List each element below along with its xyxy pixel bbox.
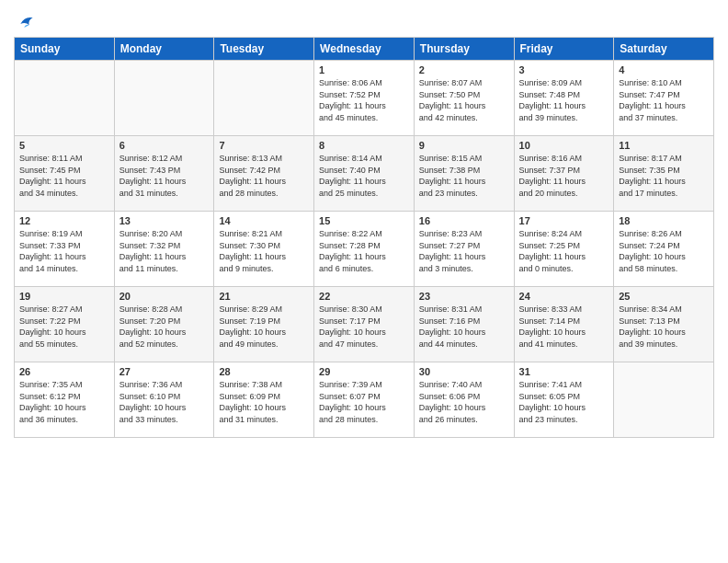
weekday-header-sunday: Sunday [15, 38, 115, 61]
day-info: Sunrise: 8:11 AM Sunset: 7:45 PM Dayligh… [19, 153, 109, 199]
day-number: 2 [419, 64, 509, 75]
day-number: 29 [319, 366, 409, 377]
day-number: 28 [219, 366, 309, 377]
day-number: 3 [519, 64, 609, 75]
day-info: Sunrise: 7:39 AM Sunset: 6:07 PM Dayligh… [319, 379, 409, 425]
logo [14, 13, 34, 31]
calendar-cell: 31Sunrise: 7:41 AM Sunset: 6:05 PM Dayli… [514, 362, 614, 438]
weekday-header-thursday: Thursday [414, 38, 514, 61]
calendar-cell: 25Sunrise: 8:34 AM Sunset: 7:13 PM Dayli… [614, 287, 714, 362]
day-info: Sunrise: 8:19 AM Sunset: 7:33 PM Dayligh… [19, 228, 109, 274]
day-info: Sunrise: 8:27 AM Sunset: 7:22 PM Dayligh… [19, 304, 109, 350]
week-row-2: 12Sunrise: 8:19 AM Sunset: 7:33 PM Dayli… [15, 212, 714, 287]
day-number: 27 [119, 366, 210, 377]
calendar-cell: 9Sunrise: 8:15 AM Sunset: 7:38 PM Daylig… [414, 136, 514, 212]
calendar-cell: 19Sunrise: 8:27 AM Sunset: 7:22 PM Dayli… [15, 287, 115, 362]
day-info: Sunrise: 8:09 AM Sunset: 7:48 PM Dayligh… [519, 77, 609, 123]
day-info: Sunrise: 7:38 AM Sunset: 6:09 PM Dayligh… [219, 379, 309, 425]
page-container: SundayMondayTuesdayWednesdayThursdayFrid… [0, 0, 728, 447]
calendar-cell: 17Sunrise: 8:24 AM Sunset: 7:25 PM Dayli… [514, 212, 614, 287]
day-info: Sunrise: 8:29 AM Sunset: 7:19 PM Dayligh… [219, 304, 309, 350]
calendar-cell: 15Sunrise: 8:22 AM Sunset: 7:28 PM Dayli… [314, 212, 415, 287]
weekday-header-monday: Monday [114, 38, 214, 61]
day-number: 10 [519, 140, 609, 151]
day-number: 17 [519, 215, 609, 226]
calendar-cell: 28Sunrise: 7:38 AM Sunset: 6:09 PM Dayli… [214, 362, 314, 438]
day-number: 13 [119, 215, 210, 226]
day-number: 12 [19, 215, 109, 226]
weekday-header-row: SundayMondayTuesdayWednesdayThursdayFrid… [15, 38, 714, 61]
day-number: 21 [219, 291, 309, 302]
day-number: 16 [419, 215, 509, 226]
header-area [14, 9, 714, 31]
day-info: Sunrise: 7:41 AM Sunset: 6:05 PM Dayligh… [519, 379, 609, 425]
calendar-cell: 30Sunrise: 7:40 AM Sunset: 6:06 PM Dayli… [414, 362, 514, 438]
day-info: Sunrise: 8:07 AM Sunset: 7:50 PM Dayligh… [419, 77, 509, 123]
day-number: 6 [119, 140, 210, 151]
day-number: 8 [319, 140, 409, 151]
day-info: Sunrise: 8:34 AM Sunset: 7:13 PM Dayligh… [619, 304, 709, 350]
day-info: Sunrise: 8:26 AM Sunset: 7:24 PM Dayligh… [619, 228, 709, 274]
calendar-cell: 3Sunrise: 8:09 AM Sunset: 7:48 PM Daylig… [514, 61, 614, 136]
calendar-cell: 2Sunrise: 8:07 AM Sunset: 7:50 PM Daylig… [414, 61, 514, 136]
day-info: Sunrise: 7:36 AM Sunset: 6:10 PM Dayligh… [119, 379, 210, 425]
calendar-cell: 22Sunrise: 8:30 AM Sunset: 7:17 PM Dayli… [314, 287, 415, 362]
day-info: Sunrise: 8:06 AM Sunset: 7:52 PM Dayligh… [319, 77, 409, 123]
calendar-cell [614, 362, 714, 438]
calendar-cell: 18Sunrise: 8:26 AM Sunset: 7:24 PM Dayli… [614, 212, 714, 287]
weekday-header-saturday: Saturday [614, 38, 714, 61]
day-number: 4 [619, 64, 709, 75]
calendar-cell: 21Sunrise: 8:29 AM Sunset: 7:19 PM Dayli… [214, 287, 314, 362]
day-number: 23 [419, 291, 509, 302]
day-info: Sunrise: 7:40 AM Sunset: 6:06 PM Dayligh… [419, 379, 509, 425]
calendar-cell: 4Sunrise: 8:10 AM Sunset: 7:47 PM Daylig… [614, 61, 714, 136]
day-info: Sunrise: 8:20 AM Sunset: 7:32 PM Dayligh… [119, 228, 210, 274]
calendar-cell: 8Sunrise: 8:14 AM Sunset: 7:40 PM Daylig… [314, 136, 415, 212]
day-number: 24 [519, 291, 609, 302]
calendar-cell: 26Sunrise: 7:35 AM Sunset: 6:12 PM Dayli… [15, 362, 115, 438]
day-number: 31 [519, 366, 609, 377]
weekday-header-tuesday: Tuesday [214, 38, 314, 61]
calendar-cell [214, 61, 314, 136]
day-info: Sunrise: 8:22 AM Sunset: 7:28 PM Dayligh… [319, 228, 409, 274]
calendar-cell: 23Sunrise: 8:31 AM Sunset: 7:16 PM Dayli… [414, 287, 514, 362]
day-number: 5 [19, 140, 109, 151]
day-info: Sunrise: 8:13 AM Sunset: 7:42 PM Dayligh… [219, 153, 309, 199]
day-info: Sunrise: 8:33 AM Sunset: 7:14 PM Dayligh… [519, 304, 609, 350]
day-number: 22 [319, 291, 409, 302]
day-number: 26 [19, 366, 109, 377]
day-number: 7 [219, 140, 309, 151]
week-row-3: 19Sunrise: 8:27 AM Sunset: 7:22 PM Dayli… [15, 287, 714, 362]
day-info: Sunrise: 8:14 AM Sunset: 7:40 PM Dayligh… [319, 153, 409, 199]
day-number: 25 [619, 291, 709, 302]
day-number: 11 [619, 140, 709, 151]
weekday-header-friday: Friday [514, 38, 614, 61]
day-number: 20 [119, 291, 210, 302]
calendar-cell: 13Sunrise: 8:20 AM Sunset: 7:32 PM Dayli… [114, 212, 214, 287]
day-info: Sunrise: 8:31 AM Sunset: 7:16 PM Dayligh… [419, 304, 509, 350]
calendar-cell: 11Sunrise: 8:17 AM Sunset: 7:35 PM Dayli… [614, 136, 714, 212]
day-info: Sunrise: 8:10 AM Sunset: 7:47 PM Dayligh… [619, 77, 709, 123]
calendar-cell: 20Sunrise: 8:28 AM Sunset: 7:20 PM Dayli… [114, 287, 214, 362]
day-number: 14 [219, 215, 309, 226]
day-number: 15 [319, 215, 409, 226]
day-number: 18 [619, 215, 709, 226]
calendar-cell [114, 61, 214, 136]
day-number: 9 [419, 140, 509, 151]
day-info: Sunrise: 8:28 AM Sunset: 7:20 PM Dayligh… [119, 304, 210, 350]
day-number: 1 [319, 64, 409, 75]
day-info: Sunrise: 8:16 AM Sunset: 7:37 PM Dayligh… [519, 153, 609, 199]
day-info: Sunrise: 8:30 AM Sunset: 7:17 PM Dayligh… [319, 304, 409, 350]
calendar-cell: 27Sunrise: 7:36 AM Sunset: 6:10 PM Dayli… [114, 362, 214, 438]
week-row-1: 5Sunrise: 8:11 AM Sunset: 7:45 PM Daylig… [15, 136, 714, 212]
calendar-cell: 29Sunrise: 7:39 AM Sunset: 6:07 PM Dayli… [314, 362, 415, 438]
calendar-cell: 6Sunrise: 8:12 AM Sunset: 7:43 PM Daylig… [114, 136, 214, 212]
day-info: Sunrise: 8:24 AM Sunset: 7:25 PM Dayligh… [519, 228, 609, 274]
day-info: Sunrise: 8:23 AM Sunset: 7:27 PM Dayligh… [419, 228, 509, 274]
logo-bird-icon [16, 13, 34, 31]
day-info: Sunrise: 7:35 AM Sunset: 6:12 PM Dayligh… [19, 379, 109, 425]
calendar-cell: 12Sunrise: 8:19 AM Sunset: 7:33 PM Dayli… [15, 212, 115, 287]
day-number: 19 [19, 291, 109, 302]
day-number: 30 [419, 366, 509, 377]
calendar-cell: 16Sunrise: 8:23 AM Sunset: 7:27 PM Dayli… [414, 212, 514, 287]
